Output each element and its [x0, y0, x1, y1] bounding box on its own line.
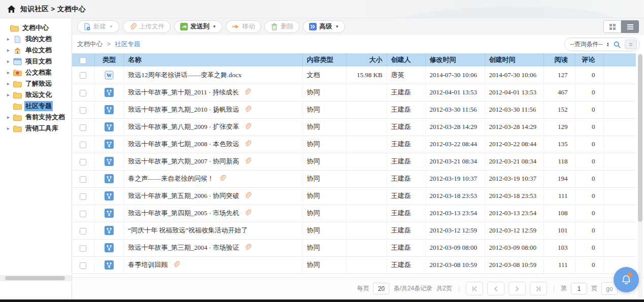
- document-title-link[interactable]: 春季培训回顾: [128, 261, 168, 269]
- column-header-comments[interactable]: 评论: [575, 53, 603, 66]
- sidebar-item-community-topics[interactable]: ▸ 社区专题: [0, 100, 72, 112]
- table-row[interactable]: W 致远12周年老徐讲话——变革之舞.docx 文档 15.98 KB 唐英 2…: [72, 66, 636, 84]
- expand-arrow-icon[interactable]: ▸: [7, 81, 12, 86]
- row-checkbox[interactable]: [80, 211, 86, 217]
- expand-arrow-icon[interactable]: ▸: [7, 92, 12, 97]
- table-row[interactable]: 致远十年故事_第三期_2004 · 市场验证 协同 王建磊 2012-03-09…: [72, 239, 636, 256]
- scrollbar-thumb[interactable]: [638, 54, 642, 222]
- send-to-button[interactable]: 发送到 ▼: [174, 20, 222, 33]
- per-page-input[interactable]: [373, 283, 389, 294]
- sidebar-item-about-zhiyuan[interactable]: ▸ 了解致远: [0, 78, 72, 89]
- content-breadcrumb-row: 文档中心 > 社区专题 --查询条件-- ▲▼: [72, 35, 644, 53]
- row-checkbox[interactable]: [80, 159, 86, 165]
- row-checkbox[interactable]: [80, 142, 86, 148]
- size-cell: [346, 153, 387, 170]
- sidebar-item-marketing-tools[interactable]: ▸ 营销工具库: [0, 123, 72, 134]
- grid-view-button[interactable]: [603, 20, 621, 33]
- move-button[interactable]: 移动: [226, 20, 261, 33]
- advanced-search-expand-button[interactable]: [625, 40, 637, 49]
- expand-arrow-icon[interactable]: ▸: [7, 48, 12, 53]
- column-header-content-type[interactable]: 内容类型: [302, 53, 346, 66]
- expand-arrow-icon[interactable]: ▸: [7, 126, 12, 131]
- upload-button[interactable]: 上传文件: [123, 20, 171, 33]
- sidebar-item-doc-center[interactable]: ▸ 文档中心: [0, 22, 72, 33]
- column-header-creator[interactable]: 创建人: [387, 53, 425, 66]
- comments-cell: 0: [575, 66, 603, 84]
- row-checkbox[interactable]: [80, 176, 86, 183]
- search-icon[interactable]: [613, 41, 621, 49]
- table-row[interactable]: 致远十年故事_第八期_2009 · 扩张变革 协同 王建磊 2012-03-28…: [72, 118, 636, 136]
- document-title-link[interactable]: 致远十年故事_第四期_2005 · 市场先机: [128, 209, 240, 217]
- document-title-link[interactable]: 致远12周年老徐讲话——变革之舞.docx: [128, 71, 242, 79]
- notification-bell-button[interactable]: [614, 267, 639, 292]
- list-view-button[interactable]: [621, 20, 639, 33]
- row-checkbox[interactable]: [80, 124, 86, 131]
- table-row[interactable]: 春季培训回顾 协同 王建磊 2012-03-08 10:59 2012-03-0…: [72, 256, 636, 274]
- size-cell: [346, 170, 387, 187]
- document-title-link[interactable]: 致远十年故事_第六期_2007 · 协同新高: [128, 157, 240, 165]
- table-vertical-scrollbar[interactable]: [638, 53, 642, 297]
- column-header-size[interactable]: 大小: [346, 53, 387, 66]
- document-title-link[interactable]: 致远十年故事_第八期_2009 · 扩张变革: [128, 123, 240, 130]
- home-icon[interactable]: [7, 5, 16, 13]
- table-row[interactable]: 致远十年故事_第七期_2008 · 本色致远 协同 王建磊 2012-03-22…: [72, 136, 636, 153]
- delete-button[interactable]: 删除: [264, 20, 299, 33]
- row-checkbox[interactable]: [80, 262, 86, 269]
- table-header-row: 类型 名称 内容类型 大小 创建人 修改时间 创建时间 阅读 评论: [72, 53, 636, 66]
- previous-page-button[interactable]: [487, 282, 504, 295]
- row-checkbox[interactable]: [80, 228, 86, 234]
- document-title-link[interactable]: 致远十年故事_第五期_2006 · 协同突破: [128, 192, 240, 199]
- advanced-button[interactable]: 高级 ▼: [303, 20, 345, 33]
- column-header-reads[interactable]: 阅读: [544, 53, 575, 66]
- document-title-link[interactable]: “同庆十年 祝福致远”祝福收集活动开始了: [128, 226, 248, 234]
- row-checkbox[interactable]: [80, 72, 86, 79]
- table-row[interactable]: “同庆十年 祝福致远”祝福收集活动开始了 协同 王建磊 2012-03-12 1…: [72, 222, 636, 239]
- table-row[interactable]: 致远十年故事_第十期_2011 · 持续成长 协同 王建磊 2012-04-01…: [72, 84, 636, 101]
- sidebar-item-official-archive[interactable]: ▸ 公文档案: [0, 67, 72, 78]
- sidebar-item-project-docs[interactable]: ▸ 项目文档: [0, 56, 72, 67]
- row-checkbox[interactable]: [80, 245, 86, 252]
- expand-arrow-icon[interactable]: ▸: [7, 59, 12, 64]
- expand-arrow-icon[interactable]: ▸: [7, 115, 12, 120]
- document-toolbar: 新建 ▼ 上传文件 发送到 ▼ 移动 删除 高级 ▼: [72, 18, 644, 35]
- select-spinner-icon[interactable]: ▲▼: [606, 42, 609, 47]
- attachment-paperclip-icon: [244, 209, 251, 216]
- last-page-button[interactable]: [530, 282, 547, 295]
- content-type-cell: 协同: [302, 256, 346, 274]
- document-title-link[interactable]: 致远十年故事_第三期_2004 · 市场验证: [128, 244, 240, 251]
- sidebar-horizontal-scrollbar[interactable]: [0, 275, 72, 281]
- collab-icon: [105, 140, 114, 149]
- first-page-button[interactable]: [466, 282, 483, 295]
- sidebar-item-zhiyuan-culture[interactable]: ▸ 致远文化: [0, 89, 72, 100]
- table-row[interactable]: 春之声——来自老徐的问候！ 协同 王建磊 2012-03-19 10:37 20…: [72, 170, 636, 187]
- expand-arrow-icon[interactable]: ▸: [7, 70, 12, 75]
- table-row[interactable]: 致远十年故事_第五期_2006 · 协同突破 协同 王建磊 2012-03-18…: [72, 187, 636, 205]
- table-row[interactable]: 致远十年故事_第四期_2005 · 市场先机 协同 王建磊 2012-03-13…: [72, 205, 636, 222]
- document-title-link[interactable]: 致远十年故事_第七期_2008 · 本色致远: [128, 140, 240, 148]
- breadcrumb-current-link[interactable]: 社区专题: [115, 41, 140, 48]
- column-header-name[interactable]: 名称: [124, 53, 302, 66]
- page-number-input[interactable]: [571, 283, 587, 294]
- select-all-checkbox[interactable]: [80, 57, 86, 64]
- document-title-link[interactable]: 春之声——来自老徐的问候！: [128, 175, 214, 182]
- sidebar-item-unit-docs[interactable]: ▸ 单位文档: [0, 45, 72, 56]
- next-page-button[interactable]: [509, 282, 526, 295]
- row-checkbox[interactable]: [80, 90, 86, 96]
- breadcrumb-parent-link[interactable]: 文档中心: [77, 41, 103, 48]
- document-title-link[interactable]: 致远十年故事_第九期_2010 · 扬帆致远: [128, 106, 240, 113]
- query-condition-select[interactable]: --查询条件--: [570, 40, 603, 49]
- column-header-type[interactable]: 类型: [94, 53, 124, 66]
- column-header-created[interactable]: 创建时间: [485, 53, 544, 66]
- document-title-link[interactable]: 致远十年故事_第十期_2011 · 持续成长: [128, 88, 239, 96]
- new-button[interactable]: 新建 ▼: [77, 20, 119, 33]
- table-row[interactable]: 致远十年故事_第六期_2007 · 协同新高 协同 王建磊 2012-03-21…: [72, 153, 636, 170]
- table-row[interactable]: 致远十年故事_第九期_2010 · 扬帆致远 协同 王建磊 2012-03-30…: [72, 101, 636, 118]
- expand-arrow-icon[interactable]: ▸: [7, 37, 12, 42]
- sidebar-item-presales-docs[interactable]: ▸ 售前支持文档: [0, 112, 72, 123]
- scrollbar-thumb[interactable]: [5, 276, 65, 280]
- sidebar-item-my-docs[interactable]: ▸ 我的文档: [0, 33, 72, 45]
- row-checkbox[interactable]: [80, 107, 86, 114]
- row-checkbox[interactable]: [80, 193, 86, 200]
- folder-sidebar: ▸ 文档中心 ▸ 我的文档 ▸ 单位文档 ▸ 项目文档 ▸ 公文档案 ▸ 了解致…: [0, 18, 72, 299]
- column-header-modified[interactable]: 修改时间: [425, 53, 485, 66]
